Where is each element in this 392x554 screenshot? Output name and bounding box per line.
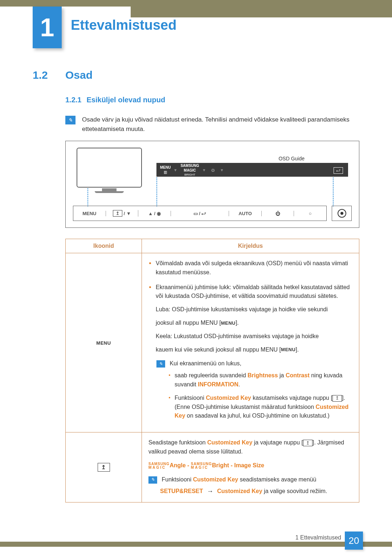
callout-line-icon xyxy=(333,177,334,206)
menu-inline-label: MENU xyxy=(281,346,295,353)
control-source-enter: ▭ / ⮐ xyxy=(171,211,229,216)
samsung-magic-prefix: SAMSUNG MAGIC xyxy=(148,462,170,469)
kw-contrast: Contrast xyxy=(286,372,310,378)
content-area: 1.2 Osad 1.2.1 Esiküljel olevad nupud ✎ … xyxy=(33,69,359,502)
icon-cell-menu: MENU xyxy=(66,253,142,432)
kw-image-size: Image Size xyxy=(234,462,264,468)
kw-brightness: Brightness xyxy=(248,372,278,378)
icon-cell-custom-key: ↥ xyxy=(66,432,142,502)
desc-text: Funktsiooni xyxy=(162,476,193,483)
buttons-description-table: Ikoonid Kirjeldus MENU Võimaldab avada v… xyxy=(65,239,359,502)
osd-magic-segment: SAMSUNG MAGIC BRIGHT xyxy=(177,164,203,176)
menu-grid-icon: ▥ xyxy=(164,170,167,174)
separator: - xyxy=(231,462,234,468)
monitor-base-icon xyxy=(95,191,124,193)
disable-line: Keela: Lukustatud OSD-juhtimise avamisek… xyxy=(156,332,352,341)
desc-text: seadistamiseks avage menüü xyxy=(238,476,316,483)
desc-text: kasutamiseks vajutage nuppu [ xyxy=(251,395,332,401)
custom-key-icon: ↥ xyxy=(332,395,342,402)
samsung-magic-prefix: SAMSUNG MAGIC xyxy=(191,462,212,469)
monitor-outline-icon xyxy=(77,148,142,188)
section-number: 1.2 xyxy=(33,69,65,81)
chapter-number-tab: 1 xyxy=(33,7,62,48)
desc-text: ]. xyxy=(295,346,299,353)
desc-text: Keela: Lukustatud OSD-juhtimise avamisek… xyxy=(156,333,319,339)
locked-bullet: saab reguleerida suvandeid Brightness ja… xyxy=(168,371,352,389)
desc-text: ja vajutage nuppu [ xyxy=(252,439,303,446)
footer-chapter-label: 1 Ettevalmistused xyxy=(295,534,341,541)
osd-close-segment: ⮐ xyxy=(334,166,348,174)
kw-angle: Angle xyxy=(170,462,185,468)
header-accent-bar xyxy=(131,7,392,17)
control-up-bright: ▲ / ◉ xyxy=(138,211,171,216)
header: 1 Ettevalmistused xyxy=(0,7,392,50)
desc-cell-menu: Võimaldab avada või sulgeda ekraanikuva … xyxy=(142,253,359,432)
locked-note: ✎ Kui ekraanimenüü on lukus, saab regule… xyxy=(156,359,352,420)
enable-line: Luba: OSD-juhtimise lukustamiseks vajuta… xyxy=(156,305,352,314)
table-row: ↥ Seadistage funktsioon Customized Key j… xyxy=(66,432,359,502)
subsection-number: 1.2.1 xyxy=(65,96,81,104)
osd-menu-segment: MENU ▥ xyxy=(156,165,174,174)
chapter-title: Ettevalmistused xyxy=(71,17,176,33)
desc-text: Ekraanimenüü juhtimise lukk: võimaldab s… xyxy=(156,284,350,299)
section-heading: 1.2 Osad xyxy=(33,69,359,81)
control-custom-down: ↥ / ▼ xyxy=(106,210,139,217)
kw-customized-key: Customized Key xyxy=(206,395,251,401)
menu-button-label: MENU xyxy=(96,340,111,346)
desc-text: Seadistage funktsioon xyxy=(148,439,207,446)
enable-line-2: jooksul all nuppu MENU [MENU]. xyxy=(156,319,352,328)
section-title: Osad xyxy=(65,69,93,81)
osd-magic-label: MAGIC xyxy=(184,168,196,172)
brightness-icon: ☼ xyxy=(209,166,217,174)
desc-text: . xyxy=(238,381,240,387)
custom-key-icon: ↥ xyxy=(303,440,313,446)
custom-key-note: ✎ Funktsiooni Customized Key seadistamis… xyxy=(148,475,352,497)
kw-customized-key: Customized Key xyxy=(193,476,238,483)
control-power: ⏻ xyxy=(262,211,294,216)
control-led: ○ xyxy=(294,211,326,216)
note-icon: ✎ xyxy=(65,116,75,124)
locked-intro-text: Kui ekraanimenüü on lukus, xyxy=(170,360,241,366)
kw-customized-key: Customized Key xyxy=(207,439,252,446)
desc-text: Luba: OSD-juhtimise lukustamiseks vajuta… xyxy=(156,306,328,312)
control-menu: MENU xyxy=(73,211,106,216)
subsection-title: Esiküljel olevad nupud xyxy=(86,96,165,104)
desc-text: ja valige soovitud režiim. xyxy=(264,488,327,494)
desc-text: kauem kui viie sekundi jooksul all nuppu… xyxy=(156,346,281,353)
custom-key-icon: ↥ xyxy=(98,463,110,472)
disable-line-2: kauem kui viie sekundi jooksul all nuppu… xyxy=(156,345,352,354)
osd-samsung-label: SAMSUNG xyxy=(180,164,199,168)
menu-inline-label: MENU xyxy=(221,320,236,327)
table-header-icons: Ikoonid xyxy=(66,239,142,253)
control-auto: AUTO xyxy=(229,211,262,216)
page-number: 20 xyxy=(345,532,363,550)
kw-information: INFORMATION xyxy=(198,381,238,387)
return-icon: ⮐ xyxy=(334,167,343,174)
desc-text: ]. xyxy=(236,320,239,326)
desc-text: ja xyxy=(278,372,286,378)
arrow-icon: → xyxy=(205,488,216,495)
osd-guide-label: OSD Guide xyxy=(278,156,305,161)
desc-text: saab reguleerida suvandeid xyxy=(175,372,248,378)
intro-note: ✎ Osade värv ja kuju võivad näidatust er… xyxy=(65,115,359,134)
table-header-desc: Kirjeldus xyxy=(142,239,359,253)
desc-bullet: Võimaldab avada või sulgeda ekraanikuva … xyxy=(148,259,352,277)
desc-text: jooksul all nuppu MENU [ xyxy=(156,320,221,326)
osd-menu-label: MENU xyxy=(160,165,171,169)
kw-bright: Bright xyxy=(212,462,229,468)
callout-line-icon xyxy=(156,177,157,206)
kw-setup-reset: SETUP&RESET xyxy=(160,488,203,494)
desc-bullet: Ekraanimenüü juhtimise lukk: võimaldab s… xyxy=(148,283,352,421)
control-strip: MENU ↥ / ▼ ▲ / ◉ ▭ / ⮐ AUTO ⏻ ○ xyxy=(73,206,327,221)
monitor-stand-icon xyxy=(102,188,117,191)
jog-icon xyxy=(338,209,346,218)
options-line: SAMSUNG MAGIC Angle - SAMSUNG MAGIC Brig… xyxy=(148,462,352,469)
note-icon: ✎ xyxy=(156,360,165,368)
separator: - xyxy=(187,462,191,468)
osd-bright-label: BRIGHT xyxy=(184,173,195,176)
front-panel-figure: OSD Guide MENU ▥ ▾ SAMSUNG MAGIC BRIGHT … xyxy=(65,141,359,228)
footer-bar xyxy=(0,542,392,547)
kw-customized-key: Customized Key xyxy=(217,488,262,494)
custom-key-icon: ↥ xyxy=(113,210,122,217)
top-banner xyxy=(0,0,392,7)
